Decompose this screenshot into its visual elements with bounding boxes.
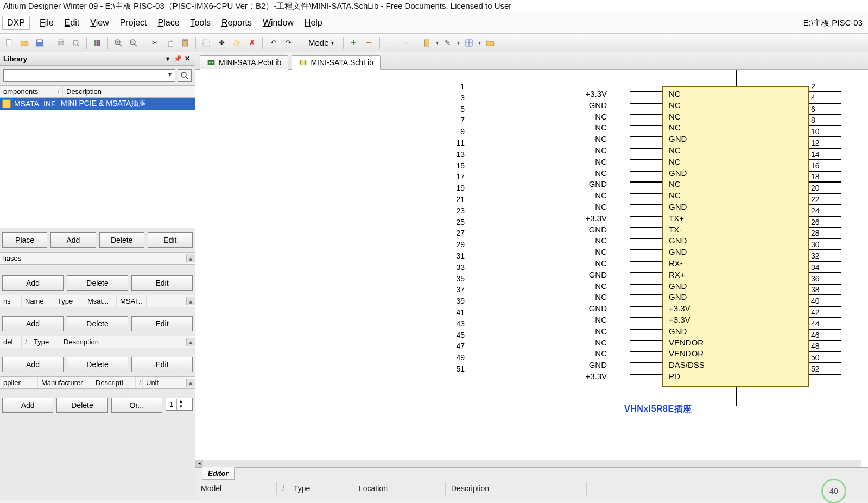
- pin-number: 5: [460, 105, 465, 114]
- open-icon[interactable]: [18, 37, 30, 49]
- panel-title-label: Library: [3, 55, 27, 63]
- pin-number: 23: [456, 206, 465, 215]
- pin-number: 18: [811, 172, 820, 181]
- scroll-up-icon[interactable]: ▴: [186, 297, 195, 305]
- pin-number: 12: [811, 139, 820, 147]
- spin-up-icon[interactable]: ▲: [177, 399, 185, 404]
- pencil-dd-icon[interactable]: ▾: [457, 40, 460, 46]
- pencil-icon[interactable]: ✎: [442, 37, 454, 49]
- tab-schlib[interactable]: MINI-SATA.SchLib: [292, 55, 380, 70]
- books-icon[interactable]: [91, 37, 103, 49]
- folder-icon[interactable]: [484, 37, 496, 49]
- zoom-out-icon[interactable]: [128, 37, 140, 49]
- minus-icon[interactable]: −: [363, 37, 375, 49]
- menu-project[interactable]: Project: [115, 16, 153, 29]
- list-item[interactable]: MSATA_INF MINI PCIE & MSATA插座: [0, 98, 195, 110]
- add-button[interactable]: Add: [2, 357, 64, 372]
- delete-button[interactable]: Delete: [67, 357, 128, 372]
- delete-button[interactable]: Delete: [99, 232, 144, 248]
- edit-button[interactable]: Edit: [148, 232, 193, 248]
- panel-dropdown-icon[interactable]: ▾: [163, 54, 172, 63]
- document-tabs: MINI-SATA.PcbLib MINI-SATA.SchLib: [195, 52, 868, 70]
- menu-edit[interactable]: Edit: [59, 16, 85, 29]
- pin-name: NC: [669, 157, 681, 166]
- pin-number: 20: [811, 184, 820, 192]
- component-dd-icon[interactable]: ▾: [436, 40, 439, 46]
- edit-button[interactable]: Edit: [131, 275, 193, 291]
- panel-pin-icon[interactable]: 📌: [173, 54, 182, 63]
- select-icon[interactable]: [200, 37, 212, 49]
- pin-name: GND: [589, 360, 607, 369]
- pin-name: +3.3V: [669, 315, 690, 324]
- scroll-up-icon[interactable]: ▴: [186, 338, 195, 346]
- new-icon[interactable]: [3, 37, 15, 49]
- delete-red-icon[interactable]: ✗: [246, 37, 258, 49]
- pin-lead: [630, 125, 662, 126]
- tab-pcblib[interactable]: MINI-SATA.PcbLib: [200, 55, 288, 70]
- find-button[interactable]: [178, 69, 192, 82]
- edit-button[interactable]: Edit: [131, 316, 193, 331]
- edit-button[interactable]: Edit: [131, 357, 193, 372]
- grid-icon[interactable]: [463, 37, 475, 49]
- redo-icon[interactable]: ↷: [282, 37, 294, 49]
- pin-lead: [809, 227, 841, 228]
- copy-icon[interactable]: [164, 37, 176, 49]
- undo-icon[interactable]: ↶: [267, 37, 279, 49]
- cut-icon[interactable]: ✂: [149, 37, 161, 49]
- wand-icon[interactable]: ✨: [231, 37, 243, 49]
- plus-icon[interactable]: +: [348, 37, 360, 49]
- scroll-left-icon[interactable]: ◂: [195, 460, 203, 467]
- add-button[interactable]: Add: [50, 232, 96, 248]
- delete-button[interactable]: Delete: [56, 398, 107, 413]
- scroll-up-icon[interactable]: ▴: [186, 379, 195, 387]
- delete-button[interactable]: Delete: [67, 316, 128, 331]
- horizontal-scrollbar[interactable]: ◂: [195, 460, 861, 467]
- paste-icon[interactable]: [179, 37, 191, 49]
- menu-help[interactable]: Help: [299, 16, 328, 29]
- pin-lead: [809, 125, 841, 126]
- mode-dropdown[interactable]: Mode ▾: [303, 36, 339, 49]
- pin-name: NC: [595, 236, 607, 245]
- print-icon[interactable]: [55, 37, 67, 49]
- pin-number: 46: [811, 331, 820, 339]
- pin-lead: [809, 306, 841, 307]
- delete-button[interactable]: Delete: [67, 275, 128, 291]
- menu-tools[interactable]: Tools: [185, 16, 216, 29]
- preview-icon[interactable]: [70, 37, 82, 49]
- add-button[interactable]: Add: [2, 316, 64, 331]
- pin-number: 30: [811, 240, 820, 249]
- save-icon[interactable]: [34, 37, 46, 49]
- grid-dd-icon[interactable]: ▾: [478, 40, 481, 46]
- pin-name: NC: [595, 134, 607, 143]
- menu-view[interactable]: View: [85, 16, 114, 29]
- pin-lead: [809, 204, 841, 205]
- pin-number: 41: [456, 308, 465, 317]
- quantity-spinner[interactable]: 1 ▲▼: [166, 398, 193, 411]
- menu-window[interactable]: Window: [257, 16, 299, 29]
- menu-file[interactable]: File: [34, 16, 59, 29]
- editor-tab[interactable]: Editor: [202, 467, 235, 480]
- menu-place[interactable]: Place: [153, 16, 185, 29]
- pin-name: NC: [595, 146, 607, 155]
- spin-down-icon[interactable]: ▼: [177, 404, 185, 410]
- scroll-up-icon[interactable]: ▴: [186, 254, 195, 262]
- move-icon[interactable]: ✥: [216, 37, 227, 49]
- components-header: omponents / Description: [0, 85, 195, 98]
- panel-close-icon[interactable]: ✕: [183, 54, 192, 63]
- order-button[interactable]: Or...: [111, 398, 162, 413]
- component-list[interactable]: MSATA_INF MINI PCIE & MSATA插座: [0, 98, 195, 228]
- add-button[interactable]: Add: [2, 398, 53, 413]
- nav-next-icon[interactable]: →: [400, 37, 411, 49]
- dxp-menu[interactable]: DXP: [2, 16, 30, 30]
- filter-dropdown[interactable]: [3, 69, 175, 82]
- add-button[interactable]: Add: [2, 275, 64, 291]
- schematic-canvas[interactable]: 1NC3NC5NC7NC9GND11NC13NC15GND17NC19NC21G…: [195, 70, 868, 467]
- pin-number: 42: [811, 308, 820, 317]
- pin-lead: [809, 317, 841, 318]
- zoom-in-icon[interactable]: [112, 37, 124, 49]
- pin-number: 6: [811, 105, 815, 114]
- nav-prev-icon[interactable]: ←: [384, 37, 396, 49]
- component-icon[interactable]: [421, 37, 433, 49]
- menu-reports[interactable]: Reports: [216, 16, 257, 29]
- place-button[interactable]: Place: [2, 232, 47, 248]
